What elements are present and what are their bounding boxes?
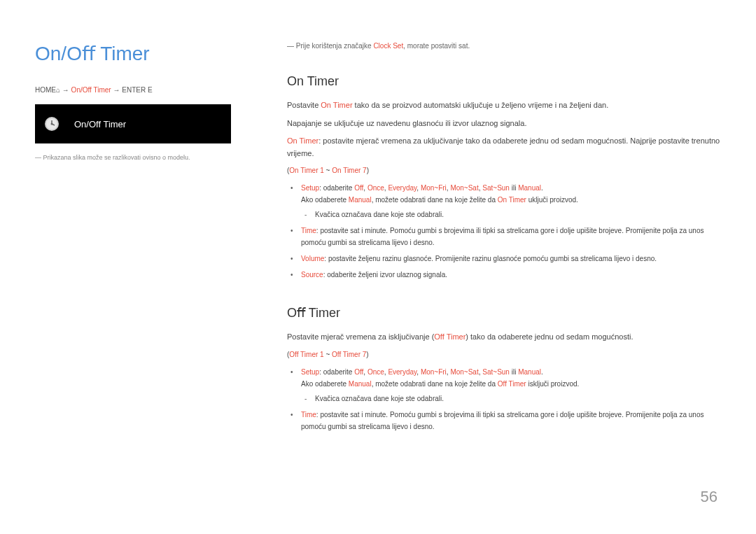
off-timer-section: Oﬀ Timer Postavite mjerač vremena za isk…: [287, 305, 721, 433]
nav-enter: ENTER E: [122, 86, 152, 94]
off-timer-setup-item: Setup: odaberite Off, Once, Everyday, Mo…: [301, 366, 721, 405]
page-number: 56: [701, 488, 718, 506]
off-timer-setup-sub: Kvačica označava dane koje ste odabrali.: [315, 393, 721, 405]
off-timer-heading: Oﬀ Timer: [287, 305, 721, 321]
on-timer-setup-item: Setup: odaberite Off, Once, Everyday, Mo…: [301, 182, 721, 220]
on-timer-time-item: Time: postavite sat i minute. Pomoću gum…: [301, 225, 721, 248]
preview-box-label: On/Off Timer: [74, 119, 126, 129]
on-timer-section: On Timer Postavite On Timer tako da se p…: [287, 74, 721, 281]
nav-home: HOME: [35, 86, 56, 94]
on-timer-p1: Postavite On Timer tako da se proizvod a…: [287, 99, 721, 112]
image-disclaimer: Prikazana slika može se razlikovati ovis…: [35, 154, 252, 161]
nav-path-highlight: On/Off Timer: [71, 86, 111, 94]
off-timer-range: (Off Timer 1 ~ Off Timer 7): [287, 349, 721, 360]
off-timer-time-item: Time: postavite sat i minute. Pomoću gum…: [301, 409, 721, 433]
on-timer-setup-sub: Kvačica označava dane koje ste odabrali.: [315, 209, 721, 220]
on-timer-range: (On Timer 1 ~ On Timer 7): [287, 165, 721, 176]
on-timer-heading: On Timer: [287, 74, 721, 89]
pre-note: ― Prije korištenja značajke Clock Set, m…: [287, 42, 721, 50]
preview-box: On/Off Timer: [35, 104, 231, 143]
breadcrumb: HOME⌂ → On/Off Timer → ENTER E: [35, 86, 252, 94]
on-timer-p2: Napajanje se uključuje uz navedenu glasn…: [287, 118, 721, 130]
page-title: On/Oﬀ Timer: [35, 42, 252, 65]
clock-icon: [43, 115, 60, 132]
home-icon: ⌂: [56, 86, 60, 94]
on-timer-volume-item: Volume: postavite željenu razinu glasnoć…: [301, 253, 721, 265]
on-timer-source-item: Source: odaberite željeni izvor ulaznog …: [301, 269, 721, 281]
pre-note-highlight: Clock Set: [373, 42, 403, 50]
on-timer-p3: On Timer: postavite mjerač vremena za uk…: [287, 135, 721, 160]
off-timer-p1: Postavite mjerač vremena za isključivanj…: [287, 331, 721, 344]
